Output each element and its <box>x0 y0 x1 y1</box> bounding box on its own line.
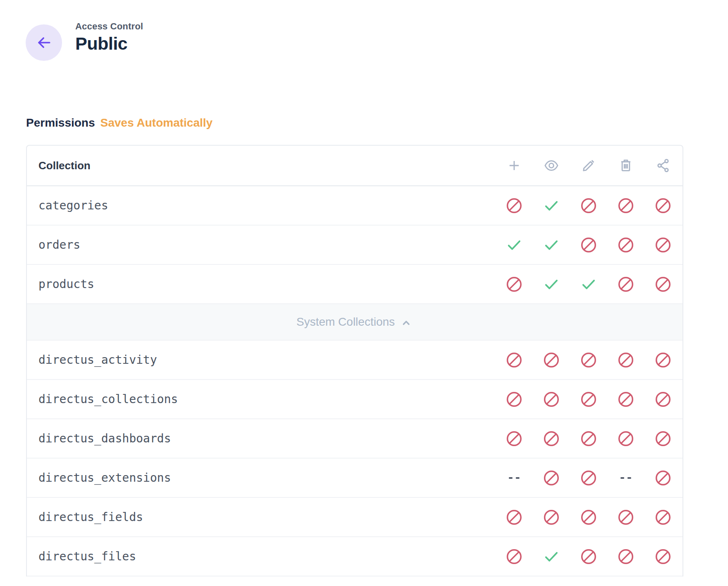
permission-toggle-create[interactable] <box>496 537 533 576</box>
table-row: directus_fields <box>27 498 682 537</box>
permission-toggle-update[interactable] <box>570 419 607 458</box>
permission-toggle-share[interactable] <box>644 379 682 419</box>
permission-toggle-create[interactable] <box>496 186 533 225</box>
permission-toggle-delete[interactable] <box>607 186 644 225</box>
permission-toggle-delete[interactable] <box>607 419 644 458</box>
permission-toggle-update[interactable] <box>570 379 607 419</box>
block-icon <box>580 509 597 526</box>
table-header-row: Collection <box>27 146 682 186</box>
delete-column-header <box>607 158 644 173</box>
autosave-note: Saves Automatically <box>101 116 213 130</box>
permission-toggle-delete[interactable] <box>607 340 644 379</box>
permission-toggle-share[interactable] <box>644 537 682 576</box>
permission-toggle-share[interactable] <box>644 419 682 458</box>
permission-toggle-update[interactable] <box>570 186 607 225</box>
block-icon <box>543 469 560 487</box>
permission-toggle-read[interactable] <box>533 340 570 379</box>
permission-toggle-create[interactable] <box>496 225 533 264</box>
block-icon <box>617 236 635 254</box>
permission-toggle-share[interactable] <box>644 497 682 537</box>
permission-toggle-create[interactable] <box>496 419 533 458</box>
table-row: directus_dashboards <box>27 419 682 459</box>
title-block: Access Control Public <box>75 21 143 54</box>
block-icon <box>617 351 635 369</box>
permission-toggle-share[interactable] <box>644 458 682 497</box>
dash-icon <box>505 469 523 487</box>
permission-toggle-create[interactable] <box>496 264 533 304</box>
permission-toggle-delete[interactable] <box>607 537 644 576</box>
table-row: directus_extensions <box>27 459 682 498</box>
block-icon <box>617 391 635 408</box>
permission-toggle-read[interactable] <box>533 419 570 458</box>
collection-name: directus_extensions <box>27 471 496 485</box>
block-icon <box>654 351 672 369</box>
chevron-up-icon <box>399 316 413 330</box>
permission-toggle-share[interactable] <box>644 225 682 264</box>
permissions-section-heading: Permissions Saves Automatically <box>26 116 728 130</box>
permission-toggle-share[interactable] <box>644 264 682 304</box>
permission-toggle-update[interactable] <box>570 537 607 576</box>
permission-toggle-delete[interactable] <box>607 497 644 537</box>
permission-cells <box>496 537 682 576</box>
permission-toggle-create[interactable] <box>496 340 533 379</box>
permission-toggle-read[interactable] <box>533 537 570 576</box>
block-icon <box>543 351 560 369</box>
permission-toggle-read[interactable] <box>533 458 570 497</box>
block-icon <box>543 430 560 447</box>
system-collections-divider[interactable]: System Collections <box>27 304 682 341</box>
block-icon <box>580 469 597 487</box>
permission-toggle-read[interactable] <box>533 186 570 225</box>
collection-name: directus_collections <box>27 392 496 406</box>
block-icon <box>580 548 597 565</box>
block-icon <box>654 548 672 565</box>
permission-toggle-read[interactable] <box>533 379 570 419</box>
permission-toggle-read[interactable] <box>533 497 570 537</box>
permission-toggle-share[interactable] <box>644 340 682 379</box>
check-icon <box>505 236 523 254</box>
share-icon <box>655 158 671 173</box>
collection-name: directus_dashboards <box>27 432 496 445</box>
table-row: categories <box>27 186 682 226</box>
block-icon <box>654 276 672 293</box>
collection-name: categories <box>27 199 496 212</box>
permission-toggle-delete[interactable] <box>607 264 644 304</box>
block-icon <box>617 509 635 526</box>
block-icon <box>543 509 560 526</box>
table-row: directus_collections <box>27 380 682 419</box>
permission-cells <box>496 419 682 458</box>
check-icon <box>543 236 560 254</box>
permission-toggle-update[interactable] <box>570 458 607 497</box>
permission-toggle-update[interactable] <box>570 225 607 264</box>
permission-toggle-read[interactable] <box>533 225 570 264</box>
permission-toggle-create[interactable] <box>496 379 533 419</box>
table-row: products <box>27 265 682 304</box>
block-icon <box>580 351 597 369</box>
check-icon <box>543 197 560 214</box>
permission-cells <box>496 379 682 419</box>
block-icon <box>505 351 523 369</box>
block-icon <box>505 430 523 447</box>
permission-toggle-update[interactable] <box>570 264 607 304</box>
check-icon <box>543 548 560 565</box>
permission-toggle-delete[interactable] <box>607 225 644 264</box>
block-icon <box>654 391 672 408</box>
plus-icon <box>506 158 522 173</box>
permission-toggle-delete[interactable] <box>607 379 644 419</box>
permission-toggle-delete[interactable] <box>607 458 644 497</box>
block-icon <box>654 430 672 447</box>
back-button[interactable] <box>26 24 62 61</box>
eye-icon <box>544 158 559 173</box>
permission-toggle-update[interactable] <box>570 497 607 537</box>
permission-toggle-update[interactable] <box>570 340 607 379</box>
block-icon <box>654 469 672 487</box>
page-header: Access Control Public <box>26 24 728 61</box>
permission-toggle-read[interactable] <box>533 264 570 304</box>
permission-cells <box>496 340 682 379</box>
permission-toggle-share[interactable] <box>644 186 682 225</box>
collection-column-header: Collection <box>27 159 496 172</box>
permission-toggle-create[interactable] <box>496 458 533 497</box>
block-icon <box>617 430 635 447</box>
permission-toggle-create[interactable] <box>496 497 533 537</box>
block-icon <box>505 509 523 526</box>
breadcrumb: Access Control <box>75 21 143 32</box>
